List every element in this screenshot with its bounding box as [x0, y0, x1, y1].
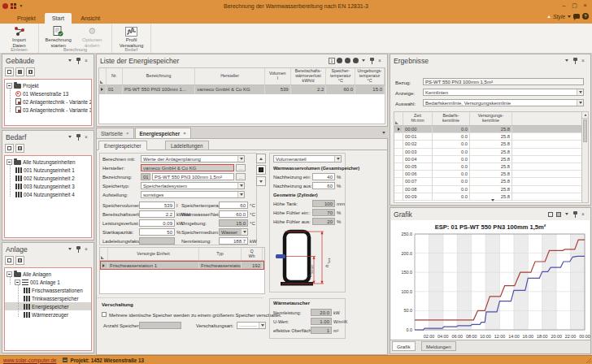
tab-list-dropdown-icon[interactable]	[380, 128, 388, 136]
resize-grip[interactable]	[585, 358, 591, 363]
quick-access-icon[interactable]	[11, 3, 17, 9]
panel-menu-icon[interactable]	[563, 57, 571, 65]
panel-menu-icon[interactable]	[359, 57, 368, 65]
kennlinie-row[interactable]: 00:050.025.8	[394, 163, 581, 171]
tab-meldungen[interactable]: Meldungen	[421, 341, 456, 351]
speichervolumen-input[interactable]: 539	[139, 202, 175, 209]
kennlinie-row[interactable]: 00:060.025.8	[394, 171, 581, 178]
maximize-button[interactable]: ▢	[569, 0, 580, 11]
style-dropdown-icon[interactable]	[568, 15, 571, 18]
dropdown-icon[interactable]	[334, 156, 341, 162]
tree-node-projekt[interactable]: Projekt	[5, 81, 91, 89]
panel-menu-icon[interactable]	[563, 210, 571, 219]
copy-item-button[interactable]	[15, 67, 24, 76]
col-hersteller[interactable]: Hersteller	[195, 68, 265, 84]
dropdown-icon[interactable]	[259, 323, 265, 328]
pin-icon[interactable]	[368, 57, 376, 65]
style-selector[interactable]: Style	[553, 14, 565, 20]
kennlinie-row[interactable]: 00:090.025.8	[394, 193, 581, 201]
form-tab-energiespeicher[interactable]: Energiespeicher	[98, 141, 147, 150]
grid-view-button[interactable]	[15, 256, 24, 265]
tree-node-nutzungseinheit-4[interactable]: 004 Nutzungseinheit 4	[5, 190, 91, 198]
new-item-button[interactable]	[5, 144, 14, 153]
panel-menu-icon[interactable]	[66, 245, 74, 254]
tree-node-nutzungseinheit-1[interactable]: 001 Nutzungseinheit 1	[5, 166, 91, 174]
col-versorgungskennlinie[interactable]: Versorgungs- kennlinie	[470, 112, 512, 125]
hersteller-browse-button[interactable]: …	[236, 164, 246, 171]
verschaltung-checkbox[interactable]	[102, 312, 107, 317]
tree-node-variante-3[interactable]: 03 Anlagentechnik - Variante 3	[5, 106, 91, 114]
col-speichertemperatur[interactable]: Speicher- temperatur °C	[326, 68, 355, 84]
scroll-more-rows-icon[interactable]	[491, 197, 494, 202]
warmwasser-netz-input[interactable]: 60.0	[219, 210, 248, 218]
col-zeit[interactable]: Zeit hh:mm	[403, 112, 433, 125]
dropdown-icon[interactable]	[577, 100, 583, 106]
expander-icon[interactable]	[15, 280, 20, 285]
pin-icon[interactable]	[74, 245, 82, 254]
close-icon[interactable]: ×	[82, 57, 90, 65]
nachheizung-ein-input[interactable]: 40	[312, 173, 335, 180]
close-icon[interactable]: ×	[82, 133, 90, 141]
kennlinie-row[interactable]: 00:000.025.8	[394, 126, 581, 133]
col-umgebungstemperatur[interactable]: Umgebungs- temperatur °C	[355, 68, 385, 84]
panel-menu-icon[interactable]	[66, 133, 74, 141]
circle-icon-2[interactable]	[343, 57, 351, 65]
pin-icon[interactable]	[74, 57, 82, 65]
move-up-button[interactable]	[256, 154, 266, 163]
nachheizung-aus-input[interactable]: 60	[312, 182, 335, 189]
hersteller-input[interactable]: vameco GmbH & Co KG	[141, 164, 234, 171]
export-chart-icon[interactable]	[546, 210, 555, 219]
copy-chart-icon[interactable]	[555, 210, 563, 219]
feedback-icon[interactable]	[573, 14, 580, 19]
volumenanteil-select[interactable]: Volumenanteil	[273, 155, 342, 162]
tree-node-nutzungseinheit-3[interactable]: 003 Nutzungseinheit 3	[5, 182, 91, 190]
tree-node-nutzungseinheit-2[interactable]: 002 Nutzungseinheit 2	[5, 174, 91, 182]
tree-node-alle-anlagen[interactable]: Alle Anlagen	[5, 270, 91, 278]
nennleistung-input[interactable]: 188.7	[219, 237, 248, 245]
expander-icon[interactable]	[7, 271, 12, 277]
kennlinie-row[interactable]: 00:040.025.8	[394, 156, 581, 163]
new-item-button[interactable]	[5, 67, 14, 76]
berechnung-starten-button[interactable]: Berechnung starten	[41, 25, 76, 48]
dropdown-icon[interactable]	[237, 192, 244, 197]
profil-verwaltung-button[interactable]: Profil Verwaltung	[115, 25, 148, 48]
close-icon[interactable]: ×	[82, 245, 90, 254]
bezeichnung-input[interactable]: PS-WT 550 PN3 100mm 1,5m²	[152, 173, 234, 180]
col-versorgte-einheit[interactable]: Versorgte Einheit	[108, 248, 199, 260]
new-item-button[interactable]	[5, 256, 14, 265]
col-q-wh[interactable]: Q Wh	[242, 248, 263, 260]
dropdown-icon[interactable]	[577, 89, 583, 95]
auswahl-select[interactable]: Bedarfskennlinie, Versorgungskennlinie	[423, 99, 584, 106]
tab-grafik[interactable]: Grafik	[392, 341, 416, 351]
grid-row-selected[interactable]: Frischwasserstation 1 Frischwasserstatio…	[100, 261, 264, 270]
close-icon[interactable]: ×	[579, 57, 587, 65]
collapse-ribbon-icon[interactable]	[547, 15, 551, 18]
bereitschaftsverlust-input[interactable]: 2.2	[139, 210, 175, 218]
circle-icon-3[interactable]	[351, 57, 359, 65]
close-icon[interactable]: ×	[376, 57, 384, 65]
col-typ[interactable]: Typ	[199, 248, 242, 260]
verschaltung-checkbox-label[interactable]: Mehrere identische Speicher werden zu ei…	[109, 312, 281, 318]
website-link[interactable]: www.solar-computer.de	[3, 358, 56, 363]
aufstellung-select[interactable]: sonstiges	[141, 191, 245, 198]
quick-access-dropdown-icon[interactable]	[20, 5, 22, 6]
pin-icon[interactable]	[571, 210, 579, 219]
kennlinie-row[interactable]: 00:080.025.8	[394, 186, 581, 193]
col-nr[interactable]: Nr.	[107, 68, 123, 84]
kennlinie-row[interactable]: 00:030.025.8	[394, 149, 581, 156]
leistungsverlust-input[interactable]: 0.09	[139, 219, 175, 227]
import-daten-button[interactable]: Import Daten	[2, 25, 36, 48]
minimize-button[interactable]: –	[559, 0, 569, 11]
tab-start[interactable]: Start	[45, 13, 72, 24]
pin-icon[interactable]	[571, 57, 579, 65]
tab-energiespeicher[interactable]: Energiespeicher×	[135, 128, 191, 138]
kennlinie-row[interactable]: 00:010.025.8	[394, 133, 581, 141]
circle-icon-1[interactable]	[335, 57, 343, 65]
startkapazitaet-input[interactable]: 50	[139, 228, 175, 236]
scrollbar-thumb[interactable]	[583, 119, 587, 142]
badge-one-icon[interactable]: 1	[329, 58, 335, 64]
kennlinie-row[interactable]: 00:070.025.8	[394, 178, 581, 185]
move-down-button[interactable]	[256, 176, 266, 186]
tree-node-wiesenstrasse[interactable]: 01 Wiesenstraße 13	[5, 89, 91, 98]
stop-button[interactable]	[256, 165, 266, 175]
